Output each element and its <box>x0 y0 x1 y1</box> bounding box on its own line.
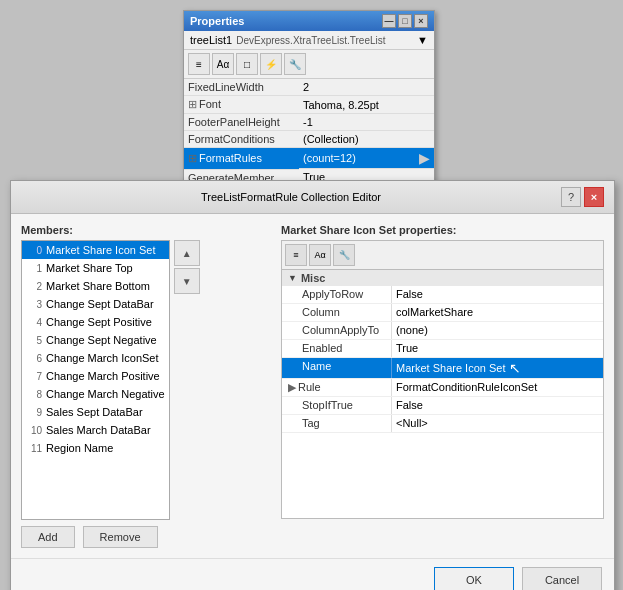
dialog-body: Members: 0 Market Share Icon Set 1 Marke… <box>11 214 614 558</box>
props-icon[interactable]: □ <box>236 53 258 75</box>
table-row[interactable]: FixedLineWidth 2 <box>184 79 434 96</box>
collection-editor-dialog: TreeListFormatRule Collection Editor ? ×… <box>10 180 615 590</box>
restore-button[interactable]: □ <box>398 14 412 28</box>
dialog-titlebar: TreeListFormatRule Collection Editor ? × <box>11 181 614 214</box>
members-panel: Members: 0 Market Share Icon Set 1 Marke… <box>21 224 271 548</box>
expand-prop-icon[interactable]: ▶ <box>288 381 296 393</box>
categorized-view-icon[interactable]: ≡ <box>285 244 307 266</box>
list-item[interactable]: 5 Change Sept Negative <box>22 331 169 349</box>
props-component-name: treeList1 <box>190 34 232 46</box>
prop-row-column[interactable]: Column colMarketShare <box>282 304 603 322</box>
prop-row-tag[interactable]: Tag <Null> <box>282 415 603 433</box>
table-row[interactable]: FormatConditions (Collection) <box>184 131 434 148</box>
expand-icon: ⊞ <box>188 98 197 110</box>
members-area: 0 Market Share Icon Set 1 Market Share T… <box>21 240 271 520</box>
misc-section-header: ▼ Misc <box>282 270 603 286</box>
properties-title: Properties <box>190 15 244 27</box>
table-row[interactable]: FooterPanelHeight -1 <box>184 114 434 131</box>
properties-title-buttons: — □ × <box>382 14 428 28</box>
properties-titlebar: Properties — □ × <box>184 11 434 31</box>
table-row[interactable]: ⊞FormatRules (count=12) ▶ <box>184 148 434 170</box>
expand-icon: ⊞ <box>188 152 197 164</box>
prop-row-rule[interactable]: ▶Rule FormatConditionRuleIconSet <box>282 379 603 397</box>
props-panel-toolbar: ≡ Aα 🔧 <box>281 240 604 269</box>
members-list: 0 Market Share Icon Set 1 Market Share T… <box>21 240 170 520</box>
move-down-button[interactable]: ▼ <box>174 268 200 294</box>
alphabetical-view-icon[interactable]: Aα <box>309 244 331 266</box>
props-dropdown-arrow[interactable]: ▼ <box>417 34 428 46</box>
remove-button[interactable]: Remove <box>83 526 158 548</box>
collapse-icon[interactable]: ▼ <box>288 273 297 283</box>
prop-row-columnapplyto[interactable]: ColumnApplyTo (none) <box>282 322 603 340</box>
list-item[interactable]: 7 Change March Positive <box>22 367 169 385</box>
close-button[interactable]: × <box>414 14 428 28</box>
dialog-title-buttons: ? × <box>561 187 604 207</box>
prop-row-applytorow[interactable]: ApplyToRow False <box>282 286 603 304</box>
cancel-button[interactable]: Cancel <box>522 567 602 590</box>
properties-table-area: FixedLineWidth 2 ⊞Font Tahoma, 8.25pt Fo… <box>184 79 434 187</box>
properties-subtitle: treeList1 DevExpress.XtraTreeList.TreeLi… <box>184 31 434 50</box>
ok-button[interactable]: OK <box>434 567 514 590</box>
cursor-icon: ↖ <box>509 360 521 376</box>
properties-window: Properties — □ × treeList1 DevExpress.Xt… <box>183 10 435 188</box>
events-icon[interactable]: ⚡ <box>260 53 282 75</box>
close-dialog-button[interactable]: × <box>584 187 604 207</box>
prop-row-stopiftrue[interactable]: StopIfTrue False <box>282 397 603 415</box>
list-item[interactable]: 1 Market Share Top <box>22 259 169 277</box>
help-button[interactable]: ? <box>561 187 581 207</box>
dialog-footer: OK Cancel <box>11 558 614 590</box>
table-row[interactable]: ⊞Font Tahoma, 8.25pt <box>184 96 434 114</box>
members-nav: ▲ ▼ <box>174 240 200 520</box>
list-item[interactable]: 11 Region Name <box>22 439 169 457</box>
add-remove-buttons: Add Remove <box>21 526 158 548</box>
section-label: Misc <box>301 272 325 284</box>
list-item[interactable]: 2 Market Share Bottom <box>22 277 169 295</box>
add-button[interactable]: Add <box>21 526 75 548</box>
prop-pages-icon[interactable]: 🔧 <box>333 244 355 266</box>
list-item[interactable]: 3 Change Sept DataBar <box>22 295 169 313</box>
item-properties-panel: Market Share Icon Set properties: ≡ Aα 🔧… <box>281 224 604 548</box>
list-item[interactable]: 10 Sales March DataBar <box>22 421 169 439</box>
categorized-icon[interactable]: ≡ <box>188 53 210 75</box>
props-panel-label: Market Share Icon Set properties: <box>281 224 604 236</box>
edit-arrow-icon[interactable]: ▶ <box>419 150 430 166</box>
dialog-title: TreeListFormatRule Collection Editor <box>21 191 561 203</box>
move-up-button[interactable]: ▲ <box>174 240 200 266</box>
prop-row-enabled[interactable]: Enabled True <box>282 340 603 358</box>
minimize-button[interactable]: — <box>382 14 396 28</box>
properties-toolbar: ≡ Aα □ ⚡ 🔧 <box>184 50 434 79</box>
members-buttons: Add Remove <box>21 526 271 548</box>
props-panel-content: ▼ Misc ApplyToRow False Column colMarket… <box>281 269 604 519</box>
properties-table: FixedLineWidth 2 ⊞Font Tahoma, 8.25pt Fo… <box>184 79 434 187</box>
filter-icon[interactable]: 🔧 <box>284 53 306 75</box>
list-item[interactable]: 8 Change March Negative <box>22 385 169 403</box>
prop-row-name[interactable]: Name Market Share Icon Set ↖ <box>282 358 603 379</box>
list-item[interactable]: 0 Market Share Icon Set <box>22 241 169 259</box>
list-item[interactable]: 4 Change Sept Positive <box>22 313 169 331</box>
members-label: Members: <box>21 224 271 236</box>
alphabetical-icon[interactable]: Aα <box>212 53 234 75</box>
props-component-type: DevExpress.XtraTreeList.TreeList <box>236 35 385 46</box>
list-item[interactable]: 9 Sales Sept DataBar <box>22 403 169 421</box>
list-item[interactable]: 6 Change March IconSet <box>22 349 169 367</box>
